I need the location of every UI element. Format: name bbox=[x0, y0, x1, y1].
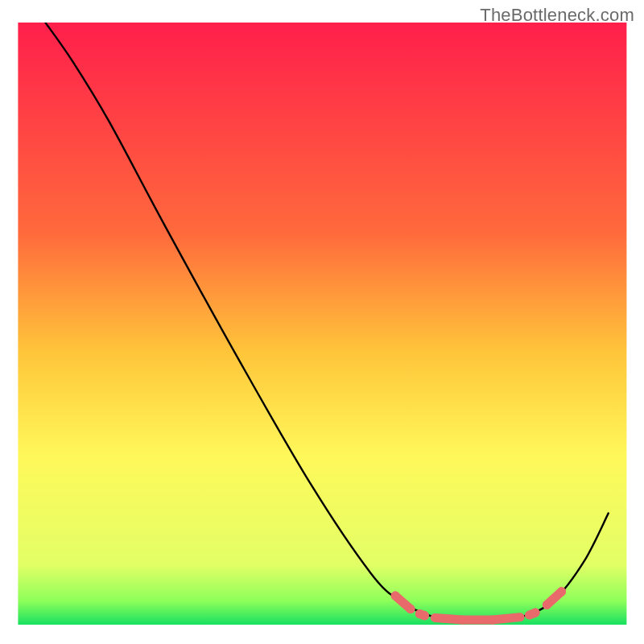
highlight-dot bbox=[557, 587, 566, 596]
chart-stage: TheBottleneck.com bbox=[0, 0, 644, 644]
highlight-dot bbox=[531, 609, 540, 617]
highlight-dot bbox=[391, 592, 400, 601]
bottleneck-chart bbox=[0, 0, 644, 644]
highlight-segment bbox=[493, 617, 520, 620]
highlight-dot bbox=[407, 605, 415, 613]
highlight-dot bbox=[543, 601, 551, 609]
gradient-background bbox=[18, 23, 626, 625]
highlight-dot bbox=[420, 611, 429, 620]
watermark-text: TheBottleneck.com bbox=[480, 5, 634, 26]
